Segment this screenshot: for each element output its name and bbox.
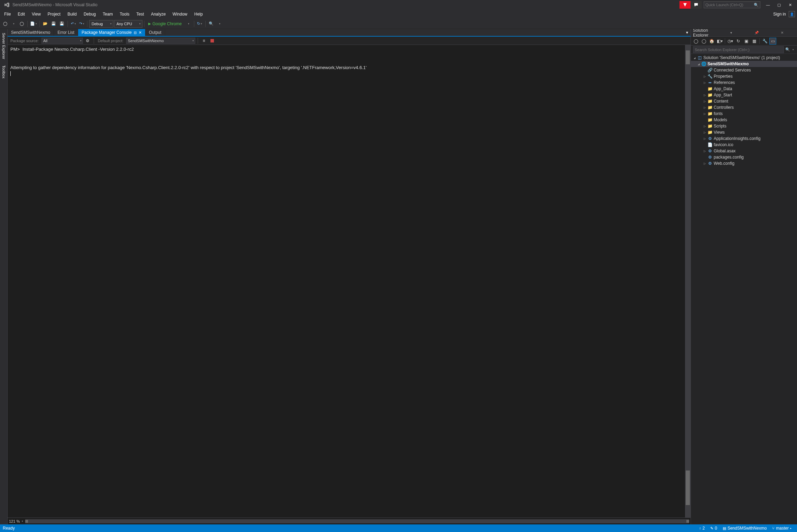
expand-icon[interactable]	[703, 106, 707, 109]
tree-item[interactable]: 📁Scripts	[691, 123, 797, 129]
close-panel-icon[interactable]: ✕	[769, 31, 795, 35]
preview-icon[interactable]: ▭	[769, 38, 776, 45]
menu-team[interactable]: Team	[99, 10, 116, 18]
pin-icon[interactable]: ⊟	[134, 31, 137, 35]
show-all-icon[interactable]: ▦	[751, 38, 758, 45]
tree-item[interactable]: 📁Views	[691, 129, 797, 135]
sync-icon[interactable]: ↻	[735, 38, 742, 45]
tree-item[interactable]: ⚙Global.asax	[691, 148, 797, 154]
menu-help[interactable]: Help	[191, 10, 206, 18]
console-output[interactable]: PM> Install-Package Nexmo.Csharp.Client …	[8, 45, 685, 517]
home-icon[interactable]: 🏠	[708, 38, 715, 45]
menu-edit[interactable]: Edit	[14, 10, 28, 18]
redo-button[interactable]: ↷	[78, 20, 85, 28]
solution-tree[interactable]: ◫ Solution 'SendSMSwithNexmo' (1 project…	[691, 54, 797, 524]
tree-item[interactable]: 📁App_Start	[691, 92, 797, 98]
open-file-button[interactable]: 📂	[41, 20, 49, 28]
tree-item[interactable]: 📁Models	[691, 117, 797, 123]
sign-in-link[interactable]: Sign in	[770, 12, 789, 17]
default-project-select[interactable]: SendSMSwithNexmo	[126, 38, 195, 44]
vertical-scrollbar[interactable]	[685, 45, 691, 517]
search-dropdown-icon[interactable]: ▾	[791, 48, 795, 51]
start-dropdown[interactable]	[185, 20, 192, 28]
tree-item[interactable]: ⚙ApplicationInsights.config	[691, 135, 797, 142]
expand-icon[interactable]	[703, 149, 707, 153]
menu-tools[interactable]: Tools	[116, 10, 133, 18]
tree-item[interactable]: 📁Controllers	[691, 104, 797, 111]
expand-icon[interactable]	[703, 99, 707, 103]
start-button[interactable]: Google Chrome	[146, 21, 184, 26]
panel-dropdown-icon[interactable]: ▾	[719, 31, 744, 35]
repo-status[interactable]: ▤SendSMSwithNexmo	[720, 526, 769, 531]
expand-icon[interactable]	[703, 124, 707, 128]
new-project-button[interactable]: 📄	[29, 20, 38, 28]
nav-back-dropdown[interactable]	[10, 20, 17, 28]
save-button[interactable]: 💾	[50, 20, 57, 28]
nav-back-button[interactable]: ◯	[1, 20, 9, 28]
tree-item[interactable]: ⚙Web.config	[691, 160, 797, 167]
tree-item[interactable]: 📁App_Data	[691, 86, 797, 92]
search-input[interactable]	[693, 46, 784, 53]
tree-item[interactable]: 📁Content	[691, 98, 797, 104]
zoom-dropdown-icon[interactable]: ▾	[22, 520, 23, 523]
tree-item[interactable]: 📁fonts	[691, 111, 797, 117]
tree-item[interactable]: ⚙packages.config	[691, 154, 797, 160]
tree-item[interactable]: 📄favicon.ico	[691, 142, 797, 148]
tab-sendsms[interactable]: SendSMSwithNexmo	[8, 29, 54, 36]
package-source-select[interactable]: All	[41, 38, 83, 44]
close-tab-icon[interactable]: ✕	[139, 30, 142, 35]
search-icon[interactable]: 🔍	[754, 3, 759, 7]
tree-item[interactable]: ▪▪References	[691, 79, 797, 86]
nav-forward-button[interactable]: ◯	[18, 20, 26, 28]
toolbar-overflow[interactable]	[216, 20, 223, 28]
undo-button[interactable]: ↶	[69, 20, 77, 28]
refresh-icon[interactable]: ◷▾	[727, 38, 734, 45]
scroll-thumb[interactable]	[686, 50, 690, 64]
minimize-button[interactable]: —	[762, 1, 773, 9]
solution-node[interactable]: ◫ Solution 'SendSMSwithNexmo' (1 project…	[691, 55, 797, 61]
menu-view[interactable]: View	[28, 10, 44, 18]
expand-icon[interactable]	[703, 137, 707, 140]
avatar[interactable]: 👤	[789, 11, 795, 17]
collapse-icon[interactable]: ▣	[743, 38, 750, 45]
close-button[interactable]: ✕	[785, 1, 796, 9]
tree-item[interactable]: 🔗Connected Services	[691, 67, 797, 73]
notifications-icon[interactable]	[679, 1, 691, 9]
config-select[interactable]: Debug	[89, 20, 113, 28]
horizontal-scrollbar[interactable]	[25, 519, 689, 523]
feedback-icon[interactable]	[691, 1, 702, 9]
back-icon[interactable]: ◯	[692, 38, 699, 45]
menu-window[interactable]: Window	[169, 10, 191, 18]
menu-project[interactable]: Project	[44, 10, 64, 18]
settings-icon[interactable]: ⚙	[84, 38, 91, 43]
stop-button[interactable]	[209, 39, 216, 42]
menu-file[interactable]: File	[1, 10, 14, 18]
tab-output[interactable]: Output	[146, 29, 165, 36]
expand-icon[interactable]	[703, 93, 707, 97]
tab-package-manager-console[interactable]: Package Manager Console ⊟ ✕	[78, 29, 146, 36]
view-icon[interactable]: ◧▾	[716, 38, 723, 45]
project-node[interactable]: 🌐 SendSMSwithNexmo	[691, 61, 797, 67]
tabs-overflow-button[interactable]: ▾	[684, 29, 691, 36]
branch-status[interactable]: ⑂master ▴	[769, 526, 794, 531]
tab-error-list[interactable]: Error List	[54, 29, 78, 36]
quick-launch[interactable]: 🔍	[704, 1, 760, 8]
scroll-thumb[interactable]	[686, 471, 690, 505]
menu-analyze[interactable]: Analyze	[148, 10, 169, 18]
save-all-button[interactable]: 💾	[58, 20, 66, 28]
tree-item[interactable]: 🔧Properties	[691, 73, 797, 79]
menu-debug[interactable]: Debug	[80, 10, 99, 18]
publish-status[interactable]: ↑2	[696, 526, 707, 531]
solution-explorer-search[interactable]: 🔍 ▾	[691, 46, 797, 54]
platform-select[interactable]: Any CPU	[114, 20, 142, 28]
properties-icon[interactable]: 🔧	[761, 38, 768, 45]
expand-icon[interactable]	[703, 162, 707, 165]
zoom-level[interactable]: 121 %	[9, 519, 20, 523]
server-explorer-tab[interactable]: Server Explorer	[1, 30, 7, 62]
find-in-files-button[interactable]: 🔍	[207, 20, 215, 28]
toolbox-tab[interactable]: Toolbox	[1, 62, 7, 82]
menu-test[interactable]: Test	[133, 10, 148, 18]
expand-icon[interactable]	[703, 81, 707, 84]
clear-console-icon[interactable]: ≡	[200, 38, 207, 43]
expand-icon[interactable]	[703, 131, 707, 134]
